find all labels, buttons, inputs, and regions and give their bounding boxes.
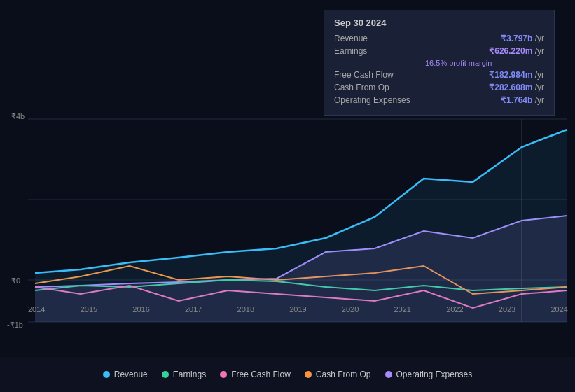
x-label-2015: 2015 (81, 305, 97, 314)
tooltip-label-opex: Operating Expenses (334, 95, 425, 105)
legend-item-revenue[interactable]: Revenue (103, 370, 148, 379)
tooltip-row-earnings: Earnings ₹626.220m /yr (334, 46, 544, 56)
tooltip-label-fcf: Free Cash Flow (334, 70, 425, 80)
tooltip-value-earnings: ₹626.220m /yr (489, 46, 544, 56)
tooltip-value-cashop: ₹282.608m /yr (489, 83, 544, 92)
legend-item-fcf[interactable]: Free Cash Flow (220, 370, 291, 379)
tooltip-box: Sep 30 2024 Revenue ₹3.797b /yr Earnings… (324, 10, 555, 115)
tooltip-label-cashop: Cash From Op (334, 83, 425, 92)
x-label-2023: 2023 (499, 305, 515, 314)
legend-dot-earnings (162, 371, 169, 378)
legend-label-opex: Operating Expenses (396, 370, 473, 379)
legend-label-cashop: Cash From Op (316, 370, 371, 379)
tooltip-title: Sep 30 2024 (334, 18, 544, 28)
tooltip-label-earnings: Earnings (334, 46, 425, 56)
legend-dot-cashop (305, 371, 312, 378)
x-label-2018: 2018 (237, 305, 254, 314)
x-label-2020: 2020 (342, 305, 359, 314)
legend-label-revenue: Revenue (114, 370, 148, 379)
y-label-top: ₹4b (11, 112, 25, 121)
x-label-2016: 2016 (132, 305, 149, 314)
legend-dot-opex (385, 371, 392, 378)
tooltip-value-fcf: ₹182.984m /yr (489, 70, 544, 80)
legend-label-earnings: Earnings (173, 370, 206, 379)
tooltip-row-revenue: Revenue ₹3.797b /yr (334, 34, 544, 43)
chart-area: ₹4b ₹0 -₹1b 2014 2015 2016 2017 2018 201… (0, 0, 575, 357)
tooltip-label-revenue: Revenue (334, 34, 425, 43)
legend-item-cashop[interactable]: Cash From Op (305, 370, 371, 379)
x-label-2024: 2024 (550, 305, 567, 314)
legend-label-fcf: Free Cash Flow (231, 370, 291, 379)
tooltip-value-revenue: ₹3.797b /yr (501, 34, 544, 43)
tooltip-row-cashop: Cash From Op ₹282.608m /yr (334, 83, 544, 92)
legend-item-earnings[interactable]: Earnings (162, 370, 206, 379)
tooltip-row-fcf: Free Cash Flow ₹182.984m /yr (334, 70, 544, 80)
tooltip-margin: 16.5% profit margin (334, 59, 544, 67)
x-label-2014: 2014 (28, 305, 45, 314)
tooltip-value-opex: ₹1.764b /yr (501, 95, 544, 105)
x-label-2022: 2022 (446, 305, 463, 314)
tooltip-row-opex: Operating Expenses ₹1.764b /yr (334, 95, 544, 105)
y-label-bot: -₹1b (7, 321, 23, 330)
x-axis-labels: 2014 2015 2016 2017 2018 2019 2020 2021 … (28, 305, 568, 314)
legend-bar: Revenue Earnings Free Cash Flow Cash Fro… (0, 357, 575, 392)
x-label-2017: 2017 (185, 305, 202, 314)
y-label-mid: ₹0 (11, 276, 20, 286)
x-label-2021: 2021 (394, 305, 410, 314)
legend-dot-revenue (103, 371, 110, 378)
legend-item-opex[interactable]: Operating Expenses (385, 370, 473, 379)
legend-dot-fcf (220, 371, 227, 378)
x-label-2019: 2019 (289, 305, 306, 314)
